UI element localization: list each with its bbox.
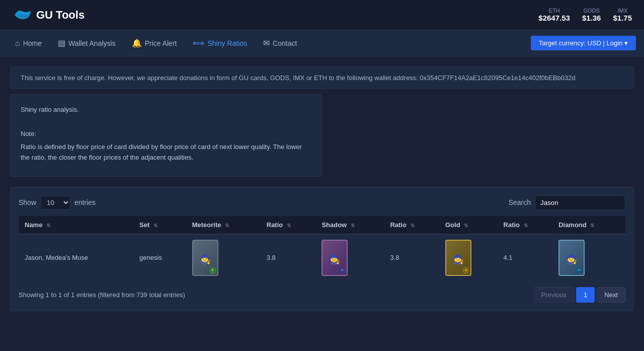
nav-item-shiny-ratios[interactable]: ⟺ Shiny Ratios xyxy=(186,35,254,51)
col-gold[interactable]: Gold ⇅ xyxy=(439,216,498,234)
main-nav: ⌂ Home ▤ Wallet Analysis 🔔 Price Alert ⟺… xyxy=(0,30,644,56)
shiny-ratios-table: Name ⇅ Set ⇅ Meteorite ⇅ Ratio ⇅ Shadow xyxy=(19,216,625,281)
entries-select[interactable]: 10 25 50 100 xyxy=(40,196,70,209)
home-icon: ⌂ xyxy=(15,39,20,48)
col-ratio2[interactable]: Ratio ⇅ xyxy=(384,216,439,234)
imx-label: IMX xyxy=(613,8,632,14)
cell-ratio1: 3.8 xyxy=(261,234,316,281)
table-header-row: Name ⇅ Set ⇅ Meteorite ⇅ Ratio ⇅ Shadow xyxy=(19,216,625,234)
meteorite-badge: ✦ xyxy=(209,267,216,274)
shadow-badge: ✦ xyxy=(339,267,346,274)
info-note-text: Ratio is defined by floor price of card … xyxy=(21,142,311,163)
nav-contact-label: Contact xyxy=(273,39,297,47)
page-1-button[interactable]: 1 xyxy=(576,287,595,303)
search-label: Search xyxy=(509,198,531,206)
sort-ratio2-icon: ⇅ xyxy=(411,223,415,228)
show-entries: Show 10 25 50 100 entries xyxy=(19,196,96,209)
ratio3-value: 4.1 xyxy=(504,254,513,261)
shadow-card-image[interactable]: 🧙 ✦ xyxy=(321,240,348,276)
cell-meteorite-card[interactable]: 🧙 ✦ xyxy=(186,234,261,281)
prev-button[interactable]: Previous xyxy=(533,287,574,303)
meteorite-card-image[interactable]: 🧙 ✦ xyxy=(192,240,218,276)
eth-value: $2647.53 xyxy=(538,14,570,22)
showing-info: Showing 1 to 1 of 1 entries (filtered fr… xyxy=(19,291,185,299)
wallet-icon: ▤ xyxy=(58,38,65,48)
cell-name: Jason, Medea's Muse xyxy=(19,234,133,281)
gold-badge: ✦ xyxy=(462,267,469,274)
sort-gold-icon: ⇅ xyxy=(464,223,468,228)
nav-item-price-alert[interactable]: 🔔 Price Alert xyxy=(125,35,184,51)
sort-name-icon: ⇅ xyxy=(46,223,50,228)
info-title: Shiny ratio analysis. xyxy=(21,105,311,115)
pagination: Previous 1 Next xyxy=(533,287,625,303)
entries-label: entries xyxy=(74,198,96,206)
next-button[interactable]: Next xyxy=(597,287,625,303)
diamond-card-image[interactable]: 🧙 ✦ xyxy=(558,240,585,276)
diamond-badge: ✦ xyxy=(576,267,583,274)
col-ratio3[interactable]: Ratio ⇅ xyxy=(498,216,553,234)
col-ratio1[interactable]: Ratio ⇅ xyxy=(261,216,316,234)
col-name[interactable]: Name ⇅ xyxy=(19,216,133,234)
table-footer: Showing 1 to 1 of 1 entries (filtered fr… xyxy=(19,287,625,303)
card-name: Jason, Medea's Muse xyxy=(25,254,88,261)
ratio2-value: 3.8 xyxy=(390,254,399,261)
cell-ratio2: 3.8 xyxy=(384,234,439,281)
bell-icon: 🔔 xyxy=(132,38,142,48)
table-section: Show 10 25 50 100 entries Search Name ⇅ … xyxy=(10,187,634,311)
sort-diamond-icon: ⇅ xyxy=(590,223,594,228)
nav-wallet-label: Wallet Analysis xyxy=(68,39,116,47)
info-box: Shiny ratio analysis. Note: Ratio is def… xyxy=(10,94,322,177)
logo-text: GU Tools xyxy=(36,9,85,22)
imx-value: $1.75 xyxy=(613,14,632,22)
nav-item-home[interactable]: ⌂ Home xyxy=(8,36,49,51)
col-set[interactable]: Set ⇅ xyxy=(133,216,186,234)
search-input[interactable] xyxy=(535,195,625,210)
info-note-label: Note: xyxy=(21,129,311,139)
header: GU Tools ETH $2647.53 GODS $1.36 IMX $1.… xyxy=(0,0,644,30)
search-box: Search xyxy=(509,195,625,210)
donation-banner: This service is free of charge. However,… xyxy=(10,66,634,89)
sort-ratio1-icon: ⇅ xyxy=(287,223,291,228)
cell-ratio3: 4.1 xyxy=(498,234,553,281)
cell-set: genesis xyxy=(133,234,186,281)
nav-price-alert-label: Price Alert xyxy=(145,39,177,47)
sort-meteorite-icon: ⇅ xyxy=(225,223,229,228)
col-meteorite[interactable]: Meteorite ⇅ xyxy=(186,216,261,234)
currency-button[interactable]: Target currency: USD | Login ▾ xyxy=(531,36,636,50)
card-set: genesis xyxy=(139,254,162,261)
nav-item-wallet-analysis[interactable]: ▤ Wallet Analysis xyxy=(51,35,123,51)
donation-text: This service is free of charge. However,… xyxy=(21,74,576,82)
nav-item-contact[interactable]: ✉ Contact xyxy=(256,35,304,51)
header-prices: ETH $2647.53 GODS $1.36 IMX $1.75 xyxy=(538,8,632,22)
gold-card-image[interactable]: 🧙 ✦ xyxy=(445,240,471,276)
ratio1-value: 3.8 xyxy=(267,254,276,261)
shiny-icon: ⟺ xyxy=(193,38,204,48)
cell-diamond-card[interactable]: 🧙 ✦ xyxy=(552,234,625,281)
gods-price: GODS $1.36 xyxy=(582,8,601,22)
logo-icon xyxy=(12,7,32,23)
gods-value: $1.36 xyxy=(582,14,601,22)
sort-ratio3-icon: ⇅ xyxy=(524,223,528,228)
sort-shadow-icon: ⇅ xyxy=(351,223,355,228)
nav-shiny-label: Shiny Ratios xyxy=(207,39,247,47)
eth-label: ETH xyxy=(538,8,570,14)
logo-area: GU Tools xyxy=(12,7,85,23)
col-diamond[interactable]: Diamond ⇅ xyxy=(552,216,625,234)
gods-label: GODS xyxy=(582,8,601,14)
show-label: Show xyxy=(19,198,36,206)
imx-price: IMX $1.75 xyxy=(613,8,632,22)
cell-shadow-card[interactable]: 🧙 ✦ xyxy=(315,234,384,281)
table-row: Jason, Medea's Muse genesis 🧙 ✦ 3.8 xyxy=(19,234,625,281)
table-controls: Show 10 25 50 100 entries Search xyxy=(19,195,625,210)
col-shadow[interactable]: Shadow ⇅ xyxy=(315,216,384,234)
nav-home-label: Home xyxy=(23,39,42,47)
mail-icon: ✉ xyxy=(263,38,270,48)
cell-gold-card[interactable]: 🧙 ✦ xyxy=(439,234,498,281)
eth-price: ETH $2647.53 xyxy=(538,8,570,22)
sort-set-icon: ⇅ xyxy=(153,223,157,228)
